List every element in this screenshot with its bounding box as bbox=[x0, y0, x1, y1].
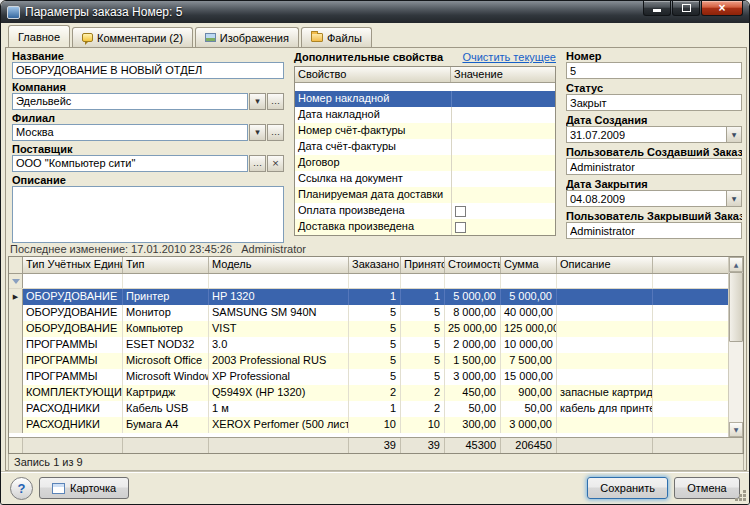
column-header-0[interactable]: Тип Учётных Единиц bbox=[23, 257, 123, 273]
table-row[interactable]: КОМПЛЕКТУЮЩИЕКартриджQ5949X (HP 1320)224… bbox=[9, 385, 728, 401]
ellipsis-button[interactable]: … bbox=[249, 155, 266, 172]
image-icon bbox=[205, 33, 216, 42]
column-header-7[interactable]: Описание bbox=[557, 257, 653, 273]
filter-cell[interactable] bbox=[209, 274, 349, 288]
tab-0[interactable]: Главное bbox=[8, 25, 70, 47]
cell: 5 bbox=[401, 337, 445, 353]
cell: 1 м bbox=[209, 401, 349, 417]
name-field[interactable]: ОБОРУДОВАНИЕ В НОВЫЙ ОТДЕЛ bbox=[12, 62, 284, 79]
dropdown-button[interactable]: ▾ bbox=[249, 93, 266, 110]
property-value[interactable] bbox=[451, 171, 555, 187]
description-textarea[interactable] bbox=[12, 186, 284, 243]
property-value[interactable] bbox=[451, 187, 555, 203]
cell: 5 bbox=[349, 337, 401, 353]
filter-cell[interactable] bbox=[401, 274, 445, 288]
value-text: Administrator bbox=[570, 225, 635, 237]
property-column-header[interactable]: Свойство bbox=[295, 67, 451, 82]
filter-cell[interactable] bbox=[501, 274, 557, 288]
company-field[interactable]: Эдельвейс bbox=[12, 93, 248, 110]
cell: 2 bbox=[349, 385, 401, 401]
cell: XP Professional bbox=[209, 369, 349, 385]
resize-grip[interactable] bbox=[743, 498, 746, 501]
grid-filter-row[interactable] bbox=[9, 274, 728, 289]
property-value[interactable] bbox=[451, 203, 555, 219]
property-value[interactable] bbox=[451, 139, 555, 155]
dropdown-button[interactable]: ▼ bbox=[726, 191, 741, 206]
save-button[interactable]: Сохранить bbox=[587, 477, 668, 499]
scrollbar-track[interactable] bbox=[729, 272, 743, 422]
tab-2[interactable]: Изображения bbox=[195, 27, 299, 47]
clear-current-link[interactable]: Очистить текущее bbox=[462, 51, 556, 63]
branch-field[interactable]: Москва bbox=[12, 124, 248, 141]
filter-cell[interactable] bbox=[445, 274, 501, 288]
property-value[interactable] bbox=[451, 219, 555, 235]
column-header-4[interactable]: Принято bbox=[401, 257, 445, 273]
table-row[interactable]: ОБОРУДОВАНИЕМониторSAMSUNG SM 940N558 00… bbox=[9, 305, 728, 321]
comment-icon bbox=[82, 33, 93, 42]
dropdown-button[interactable]: ▾ bbox=[249, 124, 266, 141]
help-button[interactable]: ? bbox=[10, 477, 33, 500]
table-row[interactable]: РАСХОДНИКИБумага A4XEROX Perfomer (500 л… bbox=[9, 417, 728, 433]
tab-label: Изображения bbox=[220, 32, 289, 44]
property-value[interactable] bbox=[451, 91, 555, 107]
column-header-1[interactable]: Тип bbox=[123, 257, 209, 273]
property-row[interactable]: Договор bbox=[295, 155, 555, 171]
property-row[interactable]: Доставка произведена bbox=[295, 219, 555, 235]
maximize-button[interactable] bbox=[672, 1, 700, 16]
property-row[interactable]: Номер накладной bbox=[295, 91, 555, 107]
table-row[interactable]: ОБОРУДОВАНИЕКомпьютерVIST5525 000,00125 … bbox=[9, 321, 728, 337]
cell: XEROX Perfomer (500 листов) bbox=[209, 417, 349, 433]
checkbox[interactable] bbox=[455, 222, 466, 233]
close-date-value[interactable]: 04.08.2009▼ bbox=[566, 190, 742, 207]
value-text: 04.08.2009 bbox=[570, 193, 625, 205]
titlebar[interactable]: Параметры заказа Номер: 5 × bbox=[1, 1, 749, 23]
property-row[interactable]: Ссылка на документ bbox=[295, 171, 555, 187]
tab-1[interactable]: Комментарии (2) bbox=[72, 27, 193, 47]
close-button[interactable]: × bbox=[701, 1, 743, 16]
tab-3[interactable]: Файлы bbox=[301, 27, 372, 47]
property-value[interactable] bbox=[451, 123, 555, 139]
cancel-button[interactable]: Отмена bbox=[674, 477, 740, 499]
property-row[interactable]: Номер счёт-фактуры bbox=[295, 123, 555, 139]
table-row[interactable]: ПРОГРАММЫMicrosoft Office2003 Profession… bbox=[9, 353, 728, 369]
grid-vertical-scrollbar[interactable]: ▲ ▼ bbox=[728, 257, 743, 437]
property-row[interactable]: Дата накладной bbox=[295, 107, 555, 123]
filter-cell[interactable] bbox=[349, 274, 401, 288]
card-button[interactable]: Карточка bbox=[39, 477, 129, 499]
ellipsis-button[interactable]: … bbox=[267, 93, 284, 110]
branch-label: Филиал bbox=[12, 112, 284, 124]
cell bbox=[557, 337, 653, 353]
filter-cell[interactable] bbox=[123, 274, 209, 288]
cell bbox=[557, 305, 653, 321]
dropdown-button[interactable]: ▼ bbox=[726, 127, 741, 142]
checkbox[interactable] bbox=[455, 206, 466, 217]
value-text: 5 bbox=[570, 65, 576, 77]
ellipsis-button[interactable]: … bbox=[267, 124, 284, 141]
column-header-3[interactable]: Заказано bbox=[349, 257, 401, 273]
table-row[interactable]: ПРОГРАММЫESET NOD323.0552 000,0010 000,0… bbox=[9, 337, 728, 353]
minimize-button[interactable] bbox=[643, 1, 671, 16]
cell: 5 bbox=[349, 305, 401, 321]
column-header-6[interactable]: Сумма bbox=[501, 257, 557, 273]
value-column-header[interactable]: Значение bbox=[451, 67, 555, 82]
property-name: Номер накладной bbox=[295, 91, 451, 107]
cell: Кабель USB bbox=[123, 401, 209, 417]
creation-date-value[interactable]: 31.07.2009▼ bbox=[566, 126, 742, 143]
table-row[interactable]: РАСХОДНИКИКабель USB1 м1250,0050,00кабел… bbox=[9, 401, 728, 417]
column-header-2[interactable]: Модель bbox=[209, 257, 349, 273]
scrollbar-thumb[interactable] bbox=[729, 272, 743, 342]
column-header-5[interactable]: Стоимость bbox=[445, 257, 501, 273]
clear-button[interactable]: × bbox=[267, 155, 284, 172]
supplier-field[interactable]: ООО "Компьютер сити" bbox=[12, 155, 248, 172]
scroll-up-button[interactable]: ▲ bbox=[729, 257, 743, 272]
filter-cell[interactable] bbox=[557, 274, 653, 288]
property-value[interactable] bbox=[451, 155, 555, 171]
property-row[interactable]: Оплата произведена bbox=[295, 203, 555, 219]
property-row[interactable]: Планируемая дата доставки bbox=[295, 187, 555, 203]
property-value[interactable] bbox=[451, 107, 555, 123]
filter-cell[interactable] bbox=[23, 274, 123, 288]
table-row[interactable]: ПРОГРАММЫMicrosoft WindowsXP Professiona… bbox=[9, 369, 728, 385]
scroll-down-button[interactable]: ▼ bbox=[729, 422, 743, 437]
table-row[interactable]: ▶ОБОРУДОВАНИЕПринтерHP 1320115 000,005 0… bbox=[9, 289, 728, 305]
property-row[interactable]: Дата счёт-фактуры bbox=[295, 139, 555, 155]
